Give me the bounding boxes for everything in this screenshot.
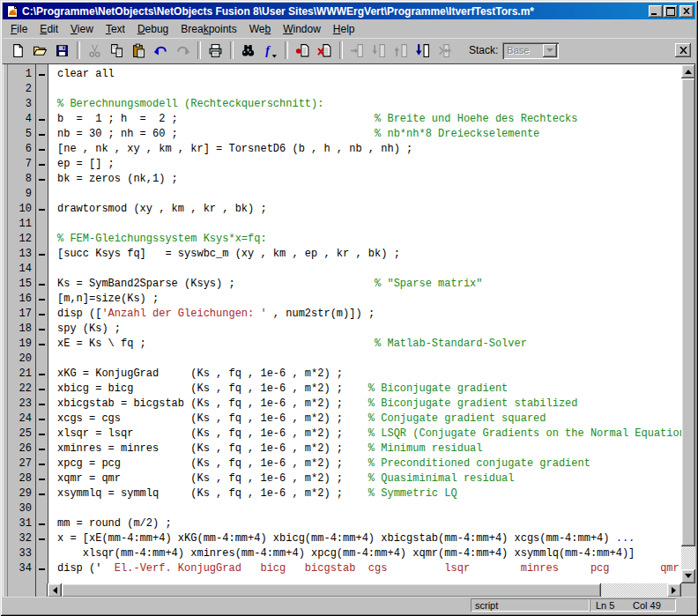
breakpoint-dash[interactable]: [36, 127, 48, 142]
code-line[interactable]: xminres = minres (Ks , fq , 1e-6 , m*2) …: [57, 442, 681, 456]
breakpoint-cell-empty[interactable]: [36, 262, 48, 277]
breakpoint-dash[interactable]: [36, 322, 48, 337]
breakpoint-dash[interactable]: [36, 427, 48, 442]
breakpoint-dash[interactable]: [36, 561, 48, 576]
code-line[interactable]: disp (' El.-Verf. KonjugGrad bicg bicgst…: [57, 561, 681, 576]
clear-all-breakpoints-button[interactable]: [314, 41, 336, 60]
vertical-scroll-thumb[interactable]: [681, 78, 695, 546]
code-line[interactable]: Ks = SymBand2Sparse (Ksys) ; % "Sparse m…: [57, 277, 681, 292]
breakpoint-dash[interactable]: [36, 382, 48, 397]
step-out-button[interactable]: [390, 41, 412, 60]
breakpoint-dash[interactable]: [36, 277, 48, 292]
print-button[interactable]: [204, 41, 226, 60]
function-list-button[interactable]: f: [259, 41, 281, 60]
code-line[interactable]: [57, 217, 681, 232]
code-line[interactable]: xbicg = bicg (Ks , fq , 1e-6 , m*2) ; % …: [57, 382, 681, 397]
menu-help[interactable]: Help: [327, 21, 361, 37]
breakpoint-cell-empty[interactable]: [36, 232, 48, 247]
code-line[interactable]: bk = zeros (nk,1) ;: [57, 172, 681, 187]
code-line[interactable]: [57, 501, 681, 516]
code-line[interactable]: xpcg = pcg (Ks , fq , 1e-6 , m*2) ; % Pr…: [57, 456, 681, 471]
code-line[interactable]: mm = round (m/2) ;: [57, 516, 681, 531]
breakpoint-cell-empty[interactable]: [36, 352, 48, 367]
code-line[interactable]: x = [xE(mm-4:mm+4) xKG(mm-4:mm+4) xbicg(…: [57, 531, 681, 546]
breakpoint-dash[interactable]: [36, 412, 48, 427]
menu-breakpoints[interactable]: Breakpoints: [174, 21, 242, 37]
breakpoint-cell-empty[interactable]: [36, 501, 48, 516]
code-line[interactable]: xbicgstab = bicgstab (Ks , fq , 1e-6 , m…: [57, 397, 681, 412]
code-line[interactable]: ep = [] ;: [57, 157, 681, 172]
code-line[interactable]: clear all: [57, 67, 681, 82]
step-in-button[interactable]: [368, 41, 390, 60]
menu-debug[interactable]: Debug: [131, 21, 174, 37]
copy-button[interactable]: [106, 41, 128, 60]
code-line[interactable]: xlsqr(mm-4:mm+4) xminres(mm-4:mm+4) xpcg…: [57, 546, 681, 561]
step-button[interactable]: [346, 41, 368, 60]
breakpoint-dash[interactable]: [36, 397, 48, 412]
code-line[interactable]: b = 1 ; h = 2 ; % Breite und Hoehe des R…: [57, 112, 681, 127]
open-file-button[interactable]: [29, 41, 51, 60]
code-line[interactable]: xlsqr = lsqr (Ks , fq , 1e-6 , m*2) ; % …: [57, 427, 681, 442]
code-line[interactable]: xcgs = cgs (Ks , fq , 1e-6 , m*2) ; % Co…: [57, 412, 681, 427]
code-line[interactable]: [57, 82, 681, 97]
horizontal-scrollbar[interactable]: [48, 583, 681, 597]
breakpoint-dash[interactable]: [36, 486, 48, 501]
breakpoint-dash[interactable]: [36, 202, 48, 217]
code-line[interactable]: xE = Ks \ fq ; % Matlab-Standard-Solver: [57, 337, 681, 352]
paste-button[interactable]: [128, 41, 150, 60]
undo-button[interactable]: [150, 41, 172, 60]
breakpoint-dash[interactable]: [36, 471, 48, 486]
code-line[interactable]: [57, 262, 681, 277]
code-area[interactable]: clear all% Berechnungsmodell (Rechteckqu…: [48, 64, 681, 583]
code-line[interactable]: [ne , nk , xy , km , kr] = TorsnetD6 (b …: [57, 142, 681, 157]
code-line[interactable]: [57, 352, 681, 367]
vertical-scroll-track[interactable]: [681, 78, 695, 569]
new-file-button[interactable]: [7, 41, 29, 60]
breakpoint-cell-empty[interactable]: [36, 82, 48, 97]
menu-web[interactable]: Web: [243, 21, 277, 37]
quit-debug-button[interactable]: [434, 41, 457, 60]
menu-file[interactable]: File: [4, 21, 33, 37]
code-line[interactable]: disp (['Anzahl der Gleichungen: ' , num2…: [57, 307, 681, 322]
minimize-button[interactable]: [649, 5, 663, 18]
breakpoint-dash[interactable]: [36, 157, 48, 172]
breakpoint-margin[interactable]: [36, 64, 48, 583]
breakpoint-cell-empty[interactable]: [36, 546, 48, 561]
find-button[interactable]: [237, 41, 259, 60]
breakpoint-dash[interactable]: [36, 516, 48, 531]
breakpoint-dash[interactable]: [36, 142, 48, 157]
save-file-button[interactable]: [51, 41, 73, 60]
code-line[interactable]: [m,n]=size(Ks) ;: [57, 292, 681, 307]
breakpoint-dash[interactable]: [36, 112, 48, 127]
code-line[interactable]: xqmr = qmr (Ks , fq , 1e-6 , m*2) ; % Qu…: [57, 471, 681, 486]
horizontal-scroll-thumb[interactable]: [62, 583, 601, 597]
close-button[interactable]: [679, 5, 694, 18]
code-line[interactable]: [57, 187, 681, 202]
code-line[interactable]: nb = 30 ; nh = 60 ; % nb*nh*8 Dreiecksel…: [57, 127, 681, 142]
breakpoint-dash[interactable]: [36, 67, 48, 82]
breakpoint-cell-empty[interactable]: [36, 217, 48, 232]
menu-view[interactable]: View: [64, 21, 100, 37]
vertical-scrollbar[interactable]: [681, 64, 695, 583]
scroll-up-button[interactable]: [681, 64, 695, 78]
editor-close-button[interactable]: [675, 43, 691, 57]
code-line[interactable]: % FEM-Gleichungssystem Ksys*x=fq:: [57, 232, 681, 247]
dropdown-button[interactable]: [543, 44, 557, 57]
run-continue-button[interactable]: [412, 41, 434, 60]
breakpoint-dash[interactable]: [36, 442, 48, 456]
redo-button[interactable]: [172, 41, 194, 60]
breakpoint-dash[interactable]: [36, 292, 48, 307]
menu-window[interactable]: Window: [277, 21, 327, 37]
menu-text[interactable]: Text: [100, 21, 131, 37]
breakpoint-dash[interactable]: [36, 456, 48, 471]
code-line[interactable]: [succ Ksys fq] = syswbc_m (xy , km , ep …: [57, 247, 681, 262]
cut-button[interactable]: [84, 41, 106, 60]
breakpoint-cell-empty[interactable]: [36, 97, 48, 112]
breakpoint-dash[interactable]: [36, 531, 48, 546]
breakpoint-dash[interactable]: [36, 172, 48, 187]
breakpoint-dash[interactable]: [36, 247, 48, 262]
scroll-left-button[interactable]: [48, 583, 62, 597]
breakpoint-dash[interactable]: [36, 307, 48, 322]
menu-edit[interactable]: Edit: [33, 21, 64, 37]
code-line[interactable]: % Berechnungsmodell (Rechteckquerschnitt…: [57, 97, 681, 112]
